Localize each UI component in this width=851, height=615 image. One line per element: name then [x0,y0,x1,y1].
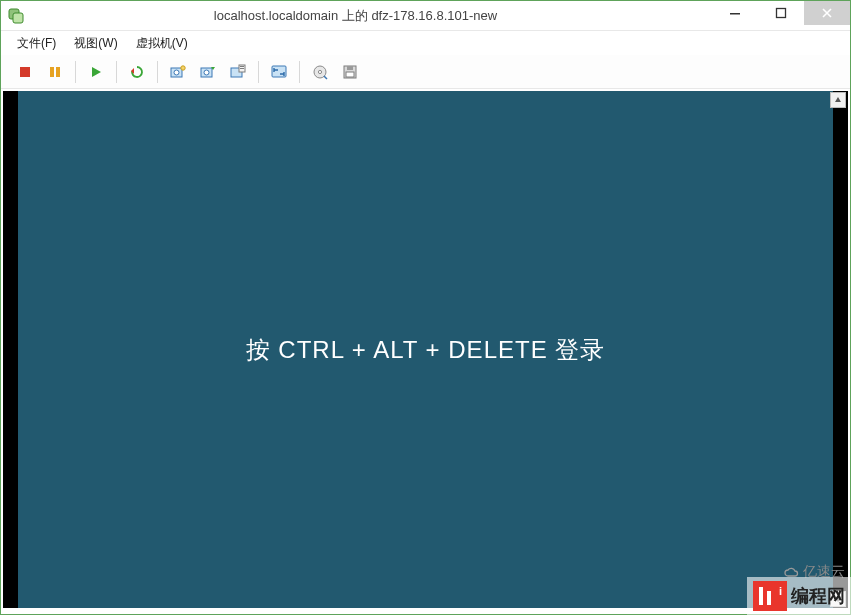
window-title: localhost.localdomain 上的 dfz-178.16.8.10… [1,7,710,25]
svg-marker-7 [92,67,101,77]
toolbar-separator [75,61,76,83]
snapshot-manager-button[interactable] [194,59,222,85]
toolbar-separator [258,61,259,83]
fullscreen-button[interactable] [265,59,293,85]
svg-rect-1 [13,13,23,23]
poweroff-button[interactable] [11,59,39,85]
poweron-button[interactable] [82,59,110,85]
svg-rect-6 [56,67,60,77]
maximize-button[interactable] [758,1,804,25]
suspend-button[interactable] [41,59,69,85]
toolbar-separator [299,61,300,83]
vmware-app-icon [7,7,25,25]
svg-rect-4 [20,67,30,77]
titlebar: localhost.localdomain 上的 dfz-178.16.8.10… [1,1,850,31]
revert-snapshot-button[interactable] [224,59,252,85]
menu-vm[interactable]: 虚拟机(V) [130,33,194,54]
snapshot-button[interactable] [164,59,192,85]
svg-rect-22 [347,66,353,70]
svg-rect-2 [730,13,740,15]
brand-logo-icon: i [753,581,787,611]
svg-rect-17 [240,68,244,69]
connect-floppy-button[interactable] [336,59,364,85]
vmware-console-window: localhost.localdomain 上的 dfz-178.16.8.10… [0,0,851,615]
menu-file[interactable]: 文件(F) [11,33,62,54]
toolbar [1,55,850,89]
svg-rect-3 [777,9,786,18]
svg-rect-23 [346,72,354,77]
svg-point-11 [181,65,185,69]
close-button[interactable] [804,1,850,25]
window-controls [712,1,850,25]
svg-point-13 [204,70,209,75]
svg-rect-16 [240,66,244,67]
toolbar-separator [157,61,158,83]
svg-point-20 [318,70,321,73]
svg-rect-5 [50,67,54,77]
brand-text: 编程网 [791,584,845,608]
scroll-up-button[interactable] [830,92,846,108]
connect-cd-button[interactable] [306,59,334,85]
guest-screen[interactable]: 按 CTRL + ALT + DELETE 登录 [18,91,833,608]
minimize-button[interactable] [712,1,758,25]
svg-marker-24 [835,97,841,102]
svg-point-10 [174,70,179,75]
menu-view[interactable]: 视图(W) [68,33,123,54]
reset-button[interactable] [123,59,151,85]
toolbar-separator [116,61,117,83]
watermark-brand: i 编程网 [747,577,851,615]
login-prompt: 按 CTRL + ALT + DELETE 登录 [246,334,606,366]
menubar: 文件(F) 视图(W) 虚拟机(V) [1,31,850,55]
console-frame: 按 CTRL + ALT + DELETE 登录 [3,91,848,608]
